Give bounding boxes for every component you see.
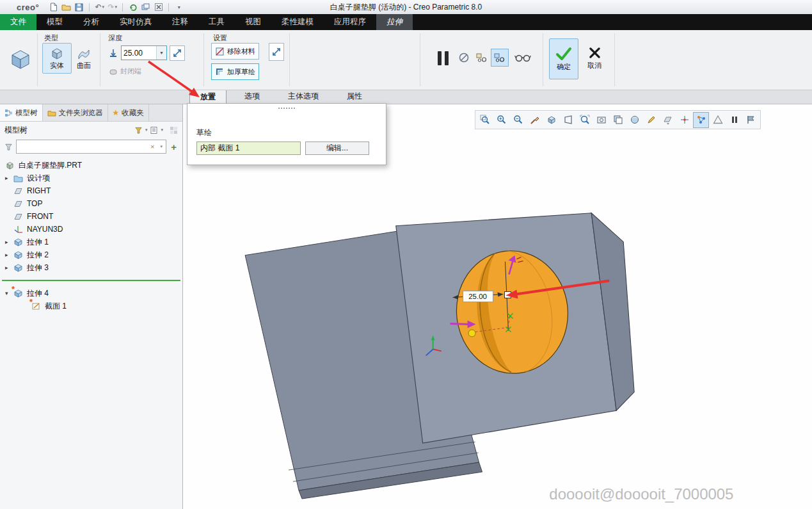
sign-icon[interactable]: [743, 112, 759, 128]
datum-plane-icon: [13, 199, 24, 209]
tree-item-part[interactable]: 白桌子腿垫脚.PRT: [0, 159, 182, 172]
window-switch-icon[interactable]: [140, 2, 151, 13]
clear-filter-icon[interactable]: ×: [148, 143, 157, 150]
ok-button[interactable]: 确定: [549, 38, 578, 79]
no-preview-icon[interactable]: [456, 49, 472, 66]
tree-item-extrude-2[interactable]: ▸ 拉伸 2: [0, 248, 182, 261]
shading-style-icon[interactable]: [543, 112, 559, 128]
undo-icon[interactable]: ↶▾: [94, 2, 105, 13]
zoom-box-icon[interactable]: [477, 112, 493, 128]
verify-glasses-icon[interactable]: [512, 50, 534, 65]
tree-item-extrude-4[interactable]: ▾ * 拉伸 4: [0, 287, 182, 300]
solid-button[interactable]: 实体: [42, 43, 72, 74]
tab-body-options[interactable]: 主体选项: [278, 90, 329, 104]
zoom-in-icon[interactable]: [493, 112, 509, 128]
settings-group: 设置 移除材料 加厚草绘: [209, 30, 288, 90]
add-filter-icon[interactable]: +: [170, 141, 178, 152]
dragger-display-icon[interactable]: [693, 112, 709, 128]
tree-item-extrude-1[interactable]: ▸ 拉伸 1: [0, 236, 182, 248]
save-icon[interactable]: [74, 2, 84, 13]
spin-center-icon[interactable]: [676, 112, 692, 128]
tree-settings-icon[interactable]: [170, 126, 178, 134]
tab-annotate[interactable]: 注释: [162, 14, 198, 30]
dashboard-tab-strip: 放置 选项 主体选项 属性: [0, 90, 812, 104]
check-icon: [555, 47, 572, 61]
pause-icon[interactable]: [433, 47, 453, 70]
expand-icon[interactable]: ▸: [5, 252, 13, 258]
tab-model[interactable]: 模型: [36, 14, 73, 30]
tab-live-simulation[interactable]: 实时仿真: [109, 14, 162, 30]
tree-item-front-plane[interactable]: FRONT: [0, 210, 182, 223]
tab-options[interactable]: 选项: [234, 90, 270, 104]
solid-label: 实体: [50, 61, 64, 70]
tree-item-section-1[interactable]: * 截面 1: [0, 300, 182, 312]
tree-item-right-plane[interactable]: RIGHT: [0, 184, 182, 197]
toolbar-options-icon[interactable]: ▾: [173, 2, 184, 13]
capture-icon[interactable]: [593, 112, 609, 128]
tab-extrude[interactable]: 拉伸: [376, 14, 413, 30]
tab-properties[interactable]: 属性: [337, 90, 372, 104]
warning-icon[interactable]: [710, 112, 726, 128]
insertion-indicator[interactable]: [2, 280, 180, 281]
surface-button[interactable]: 曲面: [69, 43, 99, 74]
attached-preview-icon[interactable]: [491, 49, 509, 67]
new-file-icon[interactable]: [48, 2, 59, 13]
remove-material-button[interactable]: 移除材料: [211, 43, 259, 60]
tab-favorites[interactable]: ★ 收藏夹: [108, 104, 149, 121]
sketch-icon: *: [31, 302, 42, 311]
cancel-button[interactable]: 取消: [581, 38, 608, 78]
tab-model-tree[interactable]: 模型树: [0, 104, 43, 121]
expand-icon[interactable]: ▸: [5, 264, 13, 271]
edit-sketch-button[interactable]: 编辑...: [305, 141, 369, 155]
view-manager-icon[interactable]: [610, 112, 626, 128]
tree-filters-icon[interactable]: [134, 126, 143, 134]
tab-placement[interactable]: 放置: [189, 90, 227, 104]
pause-display-icon[interactable]: [726, 112, 742, 128]
tree-item-extrude-3[interactable]: ▸ 拉伸 3: [0, 261, 182, 274]
expand-icon[interactable]: ▸: [5, 239, 13, 245]
tree-item-design-items[interactable]: ▸ 设计项: [0, 172, 182, 184]
unattached-preview-icon[interactable]: [474, 49, 490, 66]
tree-filter-input[interactable]: [17, 142, 148, 151]
tab-file[interactable]: 文件: [0, 14, 36, 30]
coordinate-system-icon: [13, 225, 24, 234]
close-window-icon[interactable]: [153, 2, 164, 13]
sketch-collector-field[interactable]: 内部 截面 1: [196, 141, 301, 155]
depth-type-icon[interactable]: [106, 45, 121, 61]
refit-icon[interactable]: [577, 112, 593, 128]
tab-applications[interactable]: 应用程序: [324, 14, 376, 30]
panel-grip-icon[interactable]: [278, 108, 295, 109]
annotation-display-icon[interactable]: [643, 112, 659, 128]
filter-dropdown-icon[interactable]: ▾: [157, 144, 166, 149]
depth-dimension-label[interactable]: 25.00: [468, 293, 487, 300]
thicken-sketch-button[interactable]: 加厚草绘: [211, 63, 259, 80]
open-file-icon[interactable]: [61, 2, 72, 13]
flip-material-side-icon[interactable]: [269, 43, 284, 61]
zoom-out-icon[interactable]: [510, 112, 526, 128]
flip-depth-direction-icon[interactable]: [170, 45, 185, 61]
tree-filters-dropdown-icon[interactable]: ▾: [145, 127, 148, 133]
repaint-icon[interactable]: [527, 112, 543, 128]
tab-flexible-modeling[interactable]: 柔性建模: [271, 14, 324, 30]
folder-browser-tab-label: 文件夹浏览器: [59, 108, 103, 118]
tree-columns-dropdown-icon[interactable]: ▾: [161, 127, 163, 133]
display-style-icon[interactable]: [626, 112, 642, 128]
tree-item-top-plane[interactable]: TOP: [0, 197, 182, 210]
depth-value-input[interactable]: [122, 49, 156, 58]
part-icon: [5, 161, 16, 170]
regenerate-icon[interactable]: [127, 2, 138, 13]
datum-plane-icon: [13, 186, 24, 196]
datum-display-filter-icon[interactable]: [660, 112, 676, 128]
tree-columns-icon[interactable]: [150, 126, 158, 134]
redo-icon[interactable]: ↷▾: [107, 2, 118, 13]
tab-folder-browser[interactable]: 文件夹浏览器: [43, 104, 108, 121]
sketch-vertex-handle[interactable]: [468, 330, 475, 337]
expand-icon[interactable]: ▸: [5, 175, 13, 181]
depth-dropdown-icon[interactable]: ▼: [156, 46, 166, 60]
tab-tools[interactable]: 工具: [198, 14, 235, 30]
extrude-icon: *: [13, 289, 24, 298]
perspective-icon[interactable]: [560, 112, 576, 128]
tree-item-csys[interactable]: NAYUN3D: [0, 223, 182, 236]
tab-view[interactable]: 视图: [235, 14, 271, 30]
tab-analysis[interactable]: 分析: [73, 14, 109, 30]
